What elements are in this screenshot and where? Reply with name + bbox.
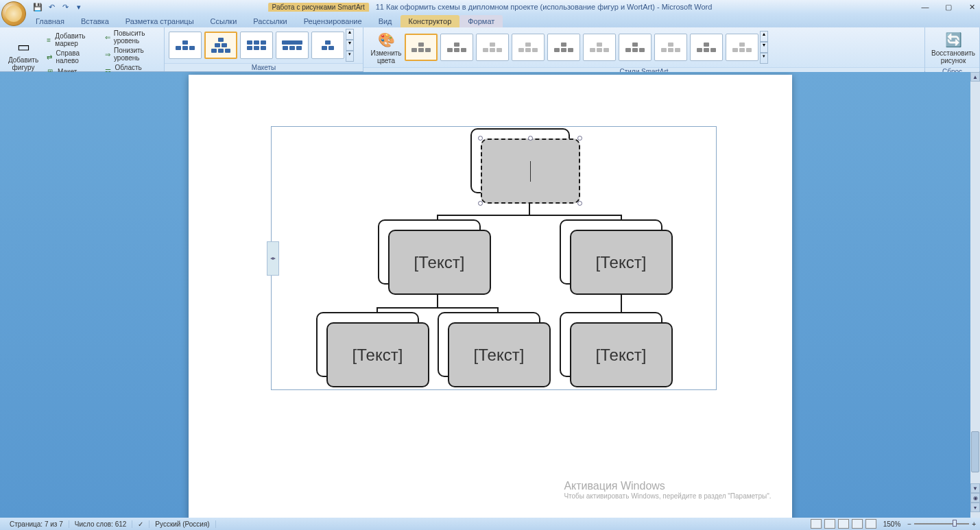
style-thumb-9[interactable] (690, 34, 723, 61)
selection-handle[interactable] (577, 136, 582, 141)
statusbar: Страница: 7 из 7 Число слов: 612 ✓ Русск… (0, 518, 980, 530)
group-layouts-label: Макеты (165, 63, 363, 71)
node-text: [Текст] (352, 346, 403, 365)
status-page[interactable]: Страница: 7 из 7 (4, 520, 69, 528)
add-shape-button[interactable]: ▭ Добавить фигуру (4, 36, 43, 73)
zoom-out-button[interactable]: − (907, 520, 911, 528)
layout-thumb-2[interactable] (204, 32, 237, 59)
style-thumb-7[interactable] (619, 34, 652, 61)
tab-insert[interactable]: Вставка (73, 15, 117, 27)
node-text: [Текст] (596, 253, 647, 272)
reset-graphic-button[interactable]: 🔄 Восстановить рисунок (929, 29, 977, 66)
view-print-layout[interactable] (811, 519, 822, 529)
right-to-left-button[interactable]: ⇄Справа налево (43, 49, 98, 65)
scroll-up-button[interactable]: ▲ (970, 72, 980, 82)
document-title: 11 Как оформить схемы в дипломном проект… (376, 3, 713, 11)
smartart-hierarchy: [Текст] [Текст] [Текст] [Текст] (272, 127, 716, 389)
reset-icon: 🔄 (944, 30, 963, 49)
status-language[interactable]: Русский (Россия) (150, 520, 215, 528)
smartart-node-3-2[interactable]: [Текст] (438, 312, 551, 387)
add-shape-icon: ▭ (14, 37, 33, 56)
qat-customize[interactable]: ▾ (73, 1, 85, 13)
ribbon: ▭ Добавить фигуру ≡Добавить маркер ⇄Спра… (0, 27, 980, 72)
selection-handle[interactable] (478, 136, 483, 141)
layout-thumb-4[interactable] (276, 32, 309, 59)
undo-button[interactable]: ↶ (45, 1, 58, 13)
smartart-node-3-1[interactable]: [Текст] (316, 312, 429, 387)
zoom-in-button[interactable]: + (972, 520, 976, 528)
promote-button[interactable]: ⇐Повысить уровень (101, 29, 160, 45)
demote-button[interactable]: ⇒Понизить уровень (101, 46, 160, 62)
smartart-frame[interactable]: ◂▸ (271, 126, 717, 390)
style-thumb-1[interactable] (405, 34, 438, 61)
style-thumb-8[interactable] (654, 34, 687, 61)
redo-button[interactable]: ↷ (59, 1, 71, 13)
scroll-thumb[interactable] (971, 431, 979, 472)
titlebar: 💾 ↶ ↷ ▾ Работа с рисунками SmartArt 11 К… (0, 0, 980, 14)
style-thumb-5[interactable] (547, 34, 580, 61)
selection-handle[interactable] (478, 201, 483, 206)
view-web[interactable] (838, 519, 849, 529)
selection-handle[interactable] (528, 136, 533, 141)
tab-review[interactable]: Рецензирование (296, 15, 370, 27)
tab-view[interactable]: Вид (370, 15, 401, 27)
demote-icon: ⇒ (104, 49, 111, 59)
node-text: [Текст] (414, 253, 465, 272)
prev-page-button[interactable]: ◉ (970, 493, 980, 503)
smartart-node-root[interactable] (470, 128, 580, 204)
ribbon-tabs: Главная Вставка Разметка страницы Ссылки… (0, 14, 980, 27)
layouts-scroll-up[interactable]: ▲ (346, 29, 354, 40)
view-full-screen[interactable] (824, 519, 835, 529)
status-proofing[interactable]: ✓ (132, 520, 150, 528)
style-thumb-6[interactable] (583, 34, 616, 61)
tab-references[interactable]: Ссылки (202, 15, 246, 27)
change-colors-button[interactable]: 🎨 Изменить цвета (368, 29, 405, 66)
styles-scroll-up[interactable]: ▲ (760, 31, 768, 42)
minimize-button[interactable]: — (920, 1, 931, 12)
rtl-icon: ⇄ (45, 52, 53, 62)
selection-handle[interactable] (577, 201, 582, 206)
add-bullet-button[interactable]: ≡Добавить маркер (43, 32, 98, 48)
text-cursor (530, 161, 531, 182)
zoom-slider-thumb[interactable] (953, 520, 957, 527)
node-text: [Текст] (474, 346, 525, 365)
node-text: [Текст] (596, 346, 647, 365)
activation-watermark: Активация Windows Чтобы активировать Win… (564, 480, 771, 500)
layout-thumb-5[interactable] (311, 32, 344, 59)
styles-more[interactable]: ▾ (760, 53, 768, 64)
style-thumb-2[interactable] (440, 34, 473, 61)
bullet-icon: ≡ (45, 35, 52, 45)
style-thumb-10[interactable] (726, 34, 758, 61)
style-thumb-3[interactable] (476, 34, 509, 61)
scroll-track[interactable] (970, 82, 980, 483)
layouts-more[interactable]: ▾ (346, 51, 354, 62)
tab-page-layout[interactable]: Разметка страницы (117, 15, 202, 27)
promote-icon: ⇐ (104, 32, 110, 42)
workspace: ◂▸ (0, 72, 980, 518)
layout-thumb-3[interactable] (240, 32, 273, 59)
next-page-button[interactable]: ▾ (970, 503, 980, 512)
save-button[interactable]: 💾 (32, 1, 44, 13)
layout-thumb-1[interactable] (169, 32, 202, 59)
scroll-down-button[interactable]: ▼ (970, 483, 980, 493)
tab-mailings[interactable]: Рассылки (245, 15, 295, 27)
tab-home[interactable]: Главная (27, 15, 73, 27)
style-thumb-4[interactable] (512, 34, 545, 61)
smartart-node-2-right[interactable]: [Текст] (560, 219, 673, 295)
smartart-node-2-left[interactable]: [Текст] (378, 219, 491, 295)
office-button[interactable] (1, 1, 26, 26)
smartart-node-3-3[interactable]: [Текст] (560, 312, 673, 387)
tab-design[interactable]: Конструктор (401, 15, 460, 27)
document-page[interactable]: ◂▸ (189, 75, 792, 518)
zoom-slider[interactable] (914, 523, 969, 525)
close-button[interactable]: ✕ (966, 1, 977, 12)
view-outline[interactable] (852, 519, 863, 529)
styles-scroll-down[interactable]: ▼ (760, 42, 768, 53)
vertical-scrollbar[interactable]: ▲ ▼ ◉ ▾ (970, 72, 980, 518)
maximize-button[interactable]: ▢ (943, 1, 954, 12)
view-draft[interactable] (865, 519, 876, 529)
tab-format[interactable]: Формат (459, 15, 503, 27)
layouts-scroll-down[interactable]: ▼ (346, 40, 354, 51)
zoom-level[interactable]: 150% (879, 520, 905, 528)
status-words[interactable]: Число слов: 612 (69, 520, 133, 528)
